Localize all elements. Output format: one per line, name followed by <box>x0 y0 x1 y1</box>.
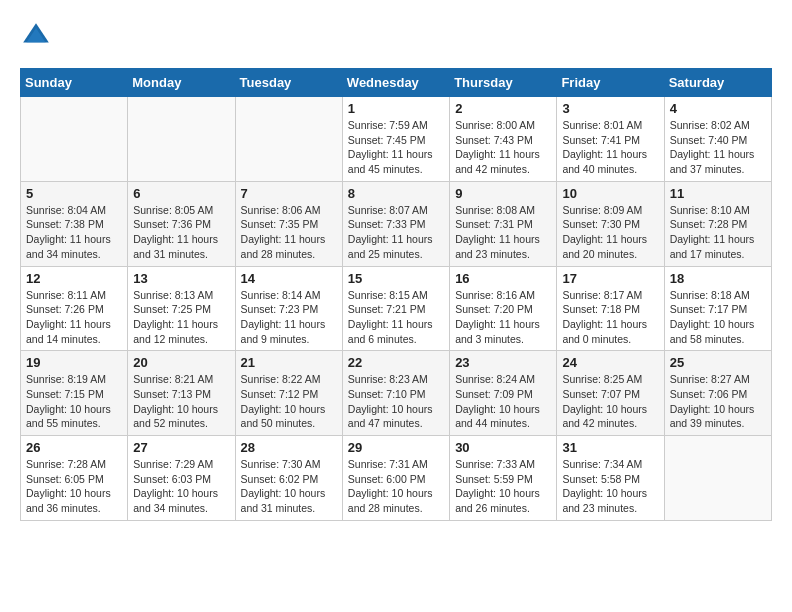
day-info: Sunrise: 7:29 AM Sunset: 6:03 PM Dayligh… <box>133 457 229 516</box>
day-info: Sunrise: 8:21 AM Sunset: 7:13 PM Dayligh… <box>133 372 229 431</box>
calendar-day-header: Tuesday <box>235 69 342 97</box>
day-info: Sunrise: 8:01 AM Sunset: 7:41 PM Dayligh… <box>562 118 658 177</box>
calendar-week-row: 26Sunrise: 7:28 AM Sunset: 6:05 PM Dayli… <box>21 436 772 521</box>
day-info: Sunrise: 7:31 AM Sunset: 6:00 PM Dayligh… <box>348 457 444 516</box>
calendar-day-header: Monday <box>128 69 235 97</box>
day-number: 22 <box>348 355 444 370</box>
calendar-cell: 10Sunrise: 8:09 AM Sunset: 7:30 PM Dayli… <box>557 181 664 266</box>
calendar-cell: 29Sunrise: 7:31 AM Sunset: 6:00 PM Dayli… <box>342 436 449 521</box>
day-number: 25 <box>670 355 766 370</box>
calendar-cell: 9Sunrise: 8:08 AM Sunset: 7:31 PM Daylig… <box>450 181 557 266</box>
day-number: 21 <box>241 355 337 370</box>
calendar-week-row: 5Sunrise: 8:04 AM Sunset: 7:38 PM Daylig… <box>21 181 772 266</box>
day-number: 24 <box>562 355 658 370</box>
day-info: Sunrise: 8:25 AM Sunset: 7:07 PM Dayligh… <box>562 372 658 431</box>
day-number: 30 <box>455 440 551 455</box>
calendar-cell: 15Sunrise: 8:15 AM Sunset: 7:21 PM Dayli… <box>342 266 449 351</box>
day-number: 9 <box>455 186 551 201</box>
calendar-cell: 24Sunrise: 8:25 AM Sunset: 7:07 PM Dayli… <box>557 351 664 436</box>
day-number: 20 <box>133 355 229 370</box>
day-number: 26 <box>26 440 122 455</box>
day-info: Sunrise: 7:33 AM Sunset: 5:59 PM Dayligh… <box>455 457 551 516</box>
day-number: 1 <box>348 101 444 116</box>
calendar-cell: 28Sunrise: 7:30 AM Sunset: 6:02 PM Dayli… <box>235 436 342 521</box>
day-info: Sunrise: 8:16 AM Sunset: 7:20 PM Dayligh… <box>455 288 551 347</box>
page-header <box>20 20 772 52</box>
day-info: Sunrise: 8:22 AM Sunset: 7:12 PM Dayligh… <box>241 372 337 431</box>
calendar-week-row: 12Sunrise: 8:11 AM Sunset: 7:26 PM Dayli… <box>21 266 772 351</box>
calendar-cell: 6Sunrise: 8:05 AM Sunset: 7:36 PM Daylig… <box>128 181 235 266</box>
day-info: Sunrise: 7:30 AM Sunset: 6:02 PM Dayligh… <box>241 457 337 516</box>
calendar-day-header: Friday <box>557 69 664 97</box>
day-number: 10 <box>562 186 658 201</box>
day-number: 16 <box>455 271 551 286</box>
day-info: Sunrise: 8:00 AM Sunset: 7:43 PM Dayligh… <box>455 118 551 177</box>
calendar-cell: 23Sunrise: 8:24 AM Sunset: 7:09 PM Dayli… <box>450 351 557 436</box>
calendar-cell: 8Sunrise: 8:07 AM Sunset: 7:33 PM Daylig… <box>342 181 449 266</box>
day-number: 3 <box>562 101 658 116</box>
calendar-day-header: Saturday <box>664 69 771 97</box>
calendar-cell: 31Sunrise: 7:34 AM Sunset: 5:58 PM Dayli… <box>557 436 664 521</box>
day-info: Sunrise: 8:11 AM Sunset: 7:26 PM Dayligh… <box>26 288 122 347</box>
day-number: 28 <box>241 440 337 455</box>
day-info: Sunrise: 8:13 AM Sunset: 7:25 PM Dayligh… <box>133 288 229 347</box>
day-info: Sunrise: 8:24 AM Sunset: 7:09 PM Dayligh… <box>455 372 551 431</box>
calendar-cell <box>21 97 128 182</box>
day-number: 19 <box>26 355 122 370</box>
calendar-cell: 21Sunrise: 8:22 AM Sunset: 7:12 PM Dayli… <box>235 351 342 436</box>
day-info: Sunrise: 8:09 AM Sunset: 7:30 PM Dayligh… <box>562 203 658 262</box>
day-number: 11 <box>670 186 766 201</box>
calendar-cell <box>235 97 342 182</box>
calendar-cell: 17Sunrise: 8:17 AM Sunset: 7:18 PM Dayli… <box>557 266 664 351</box>
day-info: Sunrise: 8:19 AM Sunset: 7:15 PM Dayligh… <box>26 372 122 431</box>
logo <box>20 20 56 52</box>
calendar-cell: 18Sunrise: 8:18 AM Sunset: 7:17 PM Dayli… <box>664 266 771 351</box>
calendar-cell: 22Sunrise: 8:23 AM Sunset: 7:10 PM Dayli… <box>342 351 449 436</box>
day-number: 14 <box>241 271 337 286</box>
calendar-header-row: SundayMondayTuesdayWednesdayThursdayFrid… <box>21 69 772 97</box>
day-number: 27 <box>133 440 229 455</box>
calendar-cell: 7Sunrise: 8:06 AM Sunset: 7:35 PM Daylig… <box>235 181 342 266</box>
calendar-cell <box>128 97 235 182</box>
calendar-day-header: Thursday <box>450 69 557 97</box>
day-number: 7 <box>241 186 337 201</box>
day-number: 31 <box>562 440 658 455</box>
calendar-day-header: Wednesday <box>342 69 449 97</box>
day-number: 29 <box>348 440 444 455</box>
day-number: 15 <box>348 271 444 286</box>
calendar-cell: 2Sunrise: 8:00 AM Sunset: 7:43 PM Daylig… <box>450 97 557 182</box>
calendar-cell: 30Sunrise: 7:33 AM Sunset: 5:59 PM Dayli… <box>450 436 557 521</box>
day-info: Sunrise: 8:06 AM Sunset: 7:35 PM Dayligh… <box>241 203 337 262</box>
day-number: 12 <box>26 271 122 286</box>
calendar-cell: 5Sunrise: 8:04 AM Sunset: 7:38 PM Daylig… <box>21 181 128 266</box>
day-info: Sunrise: 8:07 AM Sunset: 7:33 PM Dayligh… <box>348 203 444 262</box>
calendar-table: SundayMondayTuesdayWednesdayThursdayFrid… <box>20 68 772 521</box>
calendar-cell: 20Sunrise: 8:21 AM Sunset: 7:13 PM Dayli… <box>128 351 235 436</box>
calendar-cell: 14Sunrise: 8:14 AM Sunset: 7:23 PM Dayli… <box>235 266 342 351</box>
day-number: 5 <box>26 186 122 201</box>
calendar-cell: 19Sunrise: 8:19 AM Sunset: 7:15 PM Dayli… <box>21 351 128 436</box>
calendar-cell: 12Sunrise: 8:11 AM Sunset: 7:26 PM Dayli… <box>21 266 128 351</box>
day-info: Sunrise: 8:17 AM Sunset: 7:18 PM Dayligh… <box>562 288 658 347</box>
calendar-cell: 27Sunrise: 7:29 AM Sunset: 6:03 PM Dayli… <box>128 436 235 521</box>
day-info: Sunrise: 8:14 AM Sunset: 7:23 PM Dayligh… <box>241 288 337 347</box>
calendar-week-row: 1Sunrise: 7:59 AM Sunset: 7:45 PM Daylig… <box>21 97 772 182</box>
calendar-cell <box>664 436 771 521</box>
day-info: Sunrise: 8:04 AM Sunset: 7:38 PM Dayligh… <box>26 203 122 262</box>
calendar-cell: 1Sunrise: 7:59 AM Sunset: 7:45 PM Daylig… <box>342 97 449 182</box>
day-info: Sunrise: 8:23 AM Sunset: 7:10 PM Dayligh… <box>348 372 444 431</box>
calendar-cell: 25Sunrise: 8:27 AM Sunset: 7:06 PM Dayli… <box>664 351 771 436</box>
day-number: 2 <box>455 101 551 116</box>
day-info: Sunrise: 8:18 AM Sunset: 7:17 PM Dayligh… <box>670 288 766 347</box>
day-info: Sunrise: 7:28 AM Sunset: 6:05 PM Dayligh… <box>26 457 122 516</box>
calendar-cell: 3Sunrise: 8:01 AM Sunset: 7:41 PM Daylig… <box>557 97 664 182</box>
day-number: 8 <box>348 186 444 201</box>
day-info: Sunrise: 7:59 AM Sunset: 7:45 PM Dayligh… <box>348 118 444 177</box>
calendar-cell: 11Sunrise: 8:10 AM Sunset: 7:28 PM Dayli… <box>664 181 771 266</box>
day-number: 17 <box>562 271 658 286</box>
calendar-cell: 26Sunrise: 7:28 AM Sunset: 6:05 PM Dayli… <box>21 436 128 521</box>
day-number: 13 <box>133 271 229 286</box>
day-info: Sunrise: 8:27 AM Sunset: 7:06 PM Dayligh… <box>670 372 766 431</box>
day-info: Sunrise: 8:02 AM Sunset: 7:40 PM Dayligh… <box>670 118 766 177</box>
logo-icon <box>20 20 52 52</box>
